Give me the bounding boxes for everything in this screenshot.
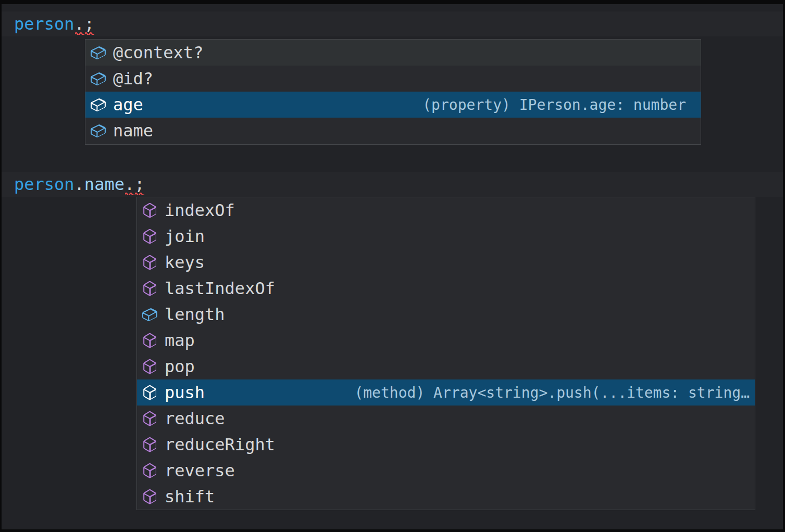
code-line-2[interactable]: person.name.; xyxy=(14,172,144,197)
symbol-method-icon xyxy=(141,410,158,427)
symbol-method-icon xyxy=(141,436,158,453)
symbol-method-icon xyxy=(141,488,158,505)
code-token-variable: person xyxy=(14,14,74,34)
suggestion-label: shift xyxy=(165,487,215,506)
suggestion-item[interactable]: reduce xyxy=(137,406,755,432)
suggestion-item[interactable]: @context? xyxy=(85,40,701,66)
suggestion-detail: (property) IPerson.age: number xyxy=(422,96,696,113)
symbol-field-icon xyxy=(141,306,158,323)
suggestion-label: reduceRight xyxy=(165,435,275,454)
code-token-variable: person xyxy=(14,174,74,194)
suggestion-item[interactable]: map xyxy=(137,327,755,353)
suggestion-item[interactable]: name xyxy=(85,118,701,144)
code-editor[interactable]: person.; person.name.; @context?@id?age(… xyxy=(2,4,783,529)
symbol-method-icon xyxy=(141,462,158,479)
editor-window: person.; person.name.; @context?@id?age(… xyxy=(0,0,785,532)
symbol-method-icon xyxy=(141,332,158,349)
suggestion-item[interactable]: pop xyxy=(137,353,755,379)
symbol-method-icon xyxy=(141,228,158,245)
symbol-method-icon xyxy=(141,280,158,297)
suggestion-label: reverse xyxy=(165,461,235,480)
suggestion-item[interactable]: reverse xyxy=(137,458,755,484)
suggestion-label: lastIndexOf xyxy=(165,278,275,298)
symbol-method-icon xyxy=(141,358,158,375)
suggestion-label: @id? xyxy=(113,69,153,88)
suggestion-label: reduce xyxy=(165,409,225,428)
suggestion-item[interactable]: reduceRight xyxy=(137,432,755,458)
suggestion-detail: (method) Array<string>.push(...items: st… xyxy=(354,384,751,401)
suggestion-label: age xyxy=(113,95,143,115)
error-squiggle-icon xyxy=(135,192,144,195)
suggestion-item[interactable]: length xyxy=(137,301,755,327)
code-token-error: . xyxy=(74,11,84,36)
suggest-widget-person: @context?@id?age(property) IPerson.age: … xyxy=(85,39,701,145)
suggestion-label: indexOf xyxy=(165,200,235,220)
suggestion-item[interactable]: @id? xyxy=(85,66,701,92)
symbol-field-icon xyxy=(90,122,107,140)
suggestion-label: join xyxy=(165,226,205,246)
code-token-error: ; xyxy=(134,172,144,197)
symbol-method-icon xyxy=(141,254,158,271)
error-squiggle-icon xyxy=(75,31,84,35)
symbol-field-icon xyxy=(90,96,107,113)
code-token-property: name xyxy=(84,174,124,194)
code-line-1[interactable]: person.; xyxy=(14,11,94,36)
symbol-field-icon xyxy=(90,44,107,61)
suggest-widget-name: indexOfjoinkeyslastIndexOflengthmappoppu… xyxy=(136,197,755,510)
suggestion-label: name xyxy=(113,121,153,141)
error-squiggle-icon xyxy=(125,192,134,195)
suggestion-label: @context? xyxy=(113,43,203,62)
suggestion-item[interactable]: lastIndexOf xyxy=(137,275,755,301)
suggestion-label: push xyxy=(165,383,205,402)
suggestion-label: length xyxy=(165,305,225,324)
suggestion-item[interactable]: push(method) Array<string>.push(...items… xyxy=(137,379,755,406)
code-token-error: ; xyxy=(84,11,94,36)
suggestion-item[interactable]: keys xyxy=(137,249,755,275)
symbol-field-icon xyxy=(90,70,107,87)
code-token-error: . xyxy=(124,172,134,197)
symbol-method-icon xyxy=(141,384,158,401)
suggestion-item[interactable]: join xyxy=(137,223,755,249)
suggestion-item[interactable]: indexOf xyxy=(137,197,755,223)
error-squiggle-icon xyxy=(85,31,94,35)
suggestion-item[interactable]: shift xyxy=(137,484,755,510)
suggestion-label: keys xyxy=(165,252,205,272)
suggestion-label: map xyxy=(165,331,195,350)
code-token-punctuation: . xyxy=(74,174,84,194)
line-highlight xyxy=(2,11,783,36)
suggestion-item[interactable]: age(property) IPerson.age: number xyxy=(85,92,701,118)
suggestion-label: pop xyxy=(165,357,195,376)
symbol-method-icon xyxy=(141,202,158,219)
